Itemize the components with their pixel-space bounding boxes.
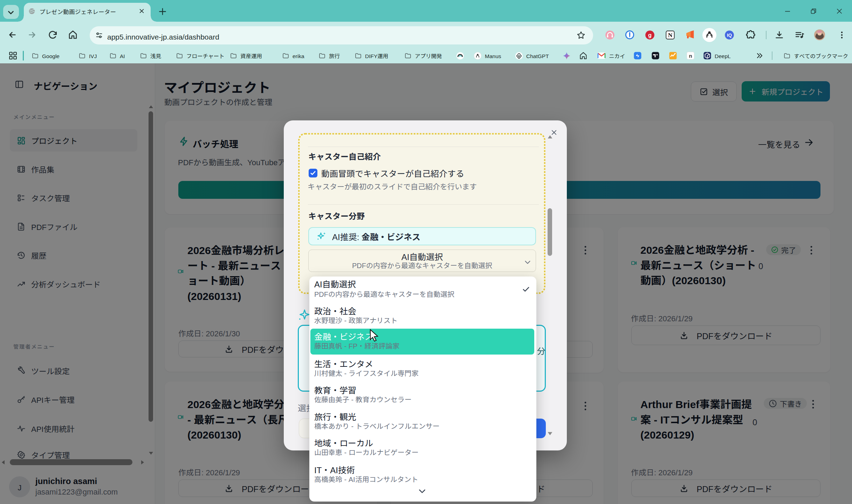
svg-text:g: g xyxy=(648,32,652,38)
svg-text:n: n xyxy=(689,53,692,59)
svg-text:N: N xyxy=(668,31,673,38)
svg-text:IQ: IQ xyxy=(727,33,732,38)
